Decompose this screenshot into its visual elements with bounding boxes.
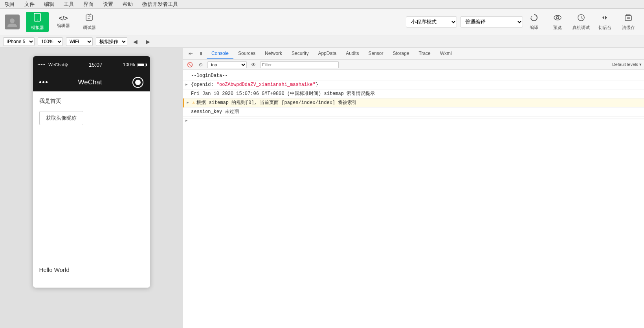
real-machine-icon [577,13,585,24]
console-text-1: --loginData-- [191,72,641,79]
devtools-tabs: ⇤ ⏸ Console Sources Network Security App… [183,48,644,60]
expand-arrow-4[interactable]: ▶ [187,99,189,106]
console-line-6[interactable]: ▶ [183,117,644,118]
console-filter-input[interactable] [260,61,339,68]
nav-record-inner [135,80,141,85]
tab-wxml[interactable]: Wxml [435,48,457,59]
console-toggle-button[interactable]: ⊙ [196,61,205,69]
preview-label: 预览 [553,25,562,31]
devtools-panel: ⇤ ⏸ Console Sources Network Security App… [183,48,644,328]
clear-cache-label: 清缓存 [622,25,635,31]
svg-marker-6 [531,16,532,18]
expand-arrow-2[interactable]: ▶ [185,81,187,88]
phone-status-right: 100% [123,62,145,67]
home-text: 我是首页 [39,98,144,105]
debugger-button[interactable]: 调试器 [78,12,101,32]
main-toolbar: 模拟器 </> 编辑器 调试器 小程序模式 普通编译 [0,9,644,35]
preview-icon [553,13,562,24]
mode-select[interactable]: 小程序模式 [406,16,457,27]
nav-dot-1 [39,81,41,83]
main-area: ••••• WeChat令 15:07 100% WeCh [0,48,644,328]
backend-icon [600,13,609,24]
tab-appdata[interactable]: AppData [313,48,341,59]
tab-security[interactable]: Security [287,48,313,59]
editor-button[interactable]: </> 编辑器 [52,12,75,32]
nav-dot-2 [42,81,44,83]
menu-item-file[interactable]: 文件 [23,0,36,9]
signal-dots: ••••• [38,63,46,67]
tab-sensor[interactable]: Sensor [364,48,388,59]
console-context-select[interactable]: top [207,61,247,68]
sub-toolbar: iPhone 5 100% WiFi 模拟操作 ◀ ▶ [0,35,644,48]
console-eye-button[interactable]: 👁 [249,61,258,69]
nav-record-button[interactable] [132,77,143,88]
console-text-2: {openid: "ooZAbwpdDdaZV_xiamianshi_masha… [191,81,641,88]
real-machine-label: 真机调试 [572,25,590,31]
menu-item-settings[interactable]: 设置 [101,0,115,9]
phone-status-time: 15:07 [68,62,123,68]
clear-cache-icon [624,13,633,24]
menu-item-tools[interactable]: 工具 [62,0,75,9]
network-select[interactable]: WiFi [66,37,93,46]
tab-storage[interactable]: Storage [388,48,414,59]
console-clear-button[interactable]: 🚫 [185,61,194,69]
zoom-select[interactable]: 100% [38,37,63,46]
phone-status-left: ••••• WeChat令 [38,62,68,68]
tab-audits[interactable]: Audits [341,48,363,59]
menu-item-view[interactable]: 界面 [82,0,95,9]
get-avatar-button[interactable]: 获取头像昵称 [39,111,83,125]
compile-select[interactable]: 普通编译 [460,16,523,27]
phone-frame: ••••• WeChat令 15:07 100% WeCh [33,56,150,288]
simulate-select[interactable]: 模拟操作 [96,37,127,46]
simulator-label: 模拟器 [31,25,44,31]
devtools-expand-icon[interactable]: ⇤ [186,49,195,58]
devtools-pause-icon[interactable]: ⏸ [196,49,205,58]
phone-model-select[interactable]: iPhone 5 [3,37,35,46]
phone-status-bar: ••••• WeChat令 15:07 100% [33,56,150,73]
back-nav-button[interactable]: ◀ [130,37,140,46]
nav-dot-3 [46,81,48,83]
console-levels-label: Default levels ▾ [612,62,642,67]
real-machine-button[interactable]: 真机调试 [570,12,592,32]
compile-button[interactable]: 编译 [523,12,545,32]
console-line-5: session_key 未过期 [183,108,644,117]
menu-item-devtools[interactable]: 微信开发者工具 [141,0,180,9]
toolbar-center: 小程序模式 普通编译 [406,16,523,27]
toolbar-right: 编译 预览 真机调试 [523,12,639,32]
backend-button[interactable]: 切后台 [594,12,616,32]
expand-arrow-6[interactable]: ▶ [185,117,187,124]
nav-dots [39,81,48,83]
preview-button[interactable]: 预览 [547,12,569,32]
compile-icon [530,13,538,24]
console-line-4[interactable]: ▶ ⚠ 根据 sitemap 的规则[0], 当前页面 [pages/index… [183,98,644,108]
svg-point-7 [554,15,561,20]
backend-label: 切后台 [598,25,611,31]
console-text-4: 根据 sitemap 的规则[0], 当前页面 [pages/index/ind… [196,99,641,106]
menu-item-project[interactable]: 项目 [3,0,17,9]
avatar [5,15,20,29]
svg-point-0 [10,18,15,23]
carrier-name: WeChat令 [48,62,68,68]
editor-label: 编辑器 [57,23,70,29]
simulator-panel: ••••• WeChat令 15:07 100% WeCh [0,48,183,328]
phone-content: 我是首页 获取头像昵称 Hello World [33,91,150,288]
forward-nav-button[interactable]: ▶ [143,37,152,46]
menu-item-help[interactable]: 帮助 [121,0,134,9]
console-levels-select[interactable]: Default levels ▾ [612,62,642,67]
nav-title: WeChat [78,78,102,86]
svg-point-8 [556,16,559,19]
menu-item-edit[interactable]: 编辑 [42,0,56,9]
tab-network[interactable]: Network [260,48,287,59]
menubar: 项目 文件 编辑 工具 界面 设置 帮助 微信开发者工具 [0,0,644,9]
warning-icon: ⚠ [192,99,195,106]
clear-cache-button[interactable]: 清缓存 [617,12,639,32]
console-line-3: Fri Jan 10 2020 15:07:06 GMT+0800 (中国标准时… [183,89,644,98]
tab-sources[interactable]: Sources [233,48,260,59]
simulator-button[interactable]: 模拟器 [26,12,49,32]
tab-console[interactable]: Console [207,48,233,59]
console-output: --loginData-- ▶ {openid: "ooZAbwpdDdaZV_… [183,70,644,328]
battery-fill [138,64,144,66]
phone-nav-bar: WeChat [33,73,150,91]
console-line-2[interactable]: ▶ {openid: "ooZAbwpdDdaZV_xiamianshi_mas… [183,80,644,89]
tab-trace[interactable]: Trace [414,48,435,59]
